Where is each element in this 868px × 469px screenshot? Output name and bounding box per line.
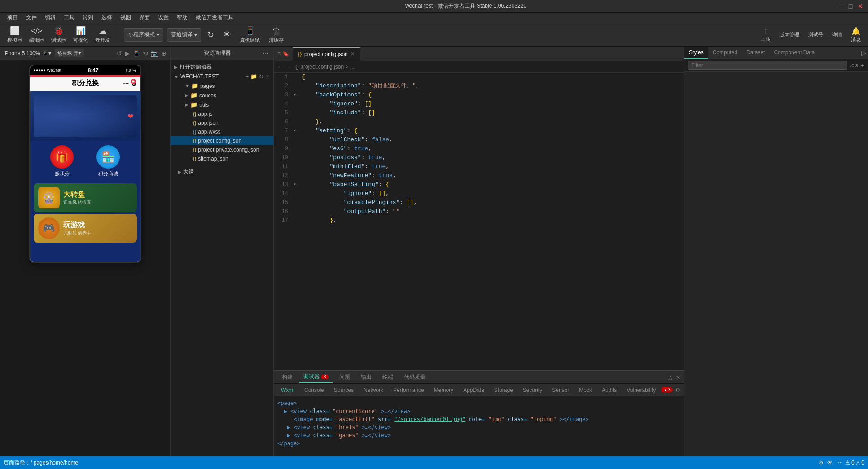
debug-button[interactable]: 🐞 调试器 [48, 24, 69, 45]
sim-play-icon[interactable]: ▶ [125, 50, 130, 57]
tree-pages[interactable]: 📁 pages [171, 81, 273, 91]
sim-screenshot-icon[interactable]: 📷 [151, 50, 158, 57]
new-file-icon[interactable]: + [245, 74, 249, 80]
banner-game[interactable]: 🎮 玩游戏 儿时乐 借赤手 [34, 214, 137, 243]
inspector-tab-dataset[interactable]: Dataset [742, 47, 769, 59]
tree-appjs[interactable]: {} app.js [171, 109, 273, 118]
new-folder-icon[interactable]: 📁 [250, 74, 257, 80]
inner-tab-memory[interactable]: Memory [430, 386, 458, 395]
mode-select[interactable]: 小程序模式 ▾ [124, 28, 163, 42]
menu-interface[interactable]: 界面 [136, 13, 153, 22]
devtab-problems[interactable]: 问题 [335, 372, 355, 382]
inspector-tab-computed[interactable]: Computed [708, 47, 742, 59]
status-eye-icon[interactable]: 👁 [827, 460, 833, 466]
inner-tab-security[interactable]: Security [518, 386, 547, 395]
inner-tab-network[interactable]: Network [359, 386, 388, 395]
settings-icon[interactable]: ⚙ [675, 387, 680, 393]
inspector-tab-styles[interactable]: Styles [684, 47, 708, 59]
inner-tab-sources[interactable]: Sources [329, 386, 358, 395]
menu-project[interactable]: 项目 [4, 13, 22, 22]
tree-utils[interactable]: 📁 utils [171, 100, 273, 109]
menu-edit[interactable]: 编辑 [41, 13, 59, 22]
format-icon[interactable]: ≡ [277, 51, 281, 57]
refresh-button[interactable]: ↻ [205, 28, 217, 42]
refresh-tree-icon[interactable]: ↻ [259, 74, 263, 80]
maximize-button[interactable]: □ [847, 3, 854, 9]
cls-button[interactable]: .cls [850, 62, 858, 69]
editor-button[interactable]: </> 编辑器 [26, 25, 47, 45]
collapse-3[interactable]: ▾ [294, 91, 300, 100]
sim-phone-icon[interactable]: 📱 [132, 50, 140, 57]
status-more-icon[interactable]: ⋯ [836, 460, 842, 466]
inner-tab-appdata[interactable]: AppData [459, 386, 489, 395]
visual-button[interactable]: 📊 可视化 [70, 24, 91, 45]
inner-tab-sensor[interactable]: Sensor [548, 386, 574, 395]
tree-projectprivate[interactable]: {} project.private.config.json [171, 145, 273, 154]
menu-goto[interactable]: 转到 [79, 13, 97, 22]
inner-tab-console[interactable]: Console [300, 386, 329, 395]
devtab-build[interactable]: 构建 [277, 372, 297, 382]
devtab-terminal[interactable]: 终端 [378, 372, 398, 382]
sim-more-icon[interactable]: ⊕ [161, 50, 167, 57]
tree-souces[interactable]: 📁 souces [171, 91, 273, 100]
devtab-output[interactable]: 输出 [356, 372, 376, 382]
menu-view[interactable]: 视图 [117, 13, 135, 22]
outline-header[interactable]: 大纲 [174, 167, 270, 177]
tree-appjson[interactable]: {} app.json [171, 118, 273, 127]
filter-input[interactable] [688, 61, 847, 70]
inner-tab-mock[interactable]: Mock [574, 386, 596, 395]
inspector-tab-component[interactable]: Component Data [769, 47, 819, 59]
open-editors-header[interactable]: 打开始编辑器 [171, 62, 273, 72]
upload-button[interactable]: ↑ 上传 [758, 25, 773, 44]
devtools-expand-icon[interactable]: △ [668, 374, 672, 381]
real-debug-button[interactable]: 📱 真机调试 [237, 24, 263, 45]
compile-select[interactable]: 普通编译 ▾ [167, 28, 201, 42]
minimize-button[interactable]: — [837, 3, 844, 9]
icon-earn[interactable]: 🎁 赚积分 [50, 145, 74, 177]
tab-close-icon[interactable]: ✕ [351, 51, 355, 57]
menu-select[interactable]: 选择 [98, 13, 116, 22]
collapse-tree-icon[interactable]: ⊟ [265, 74, 270, 80]
message-button[interactable]: 🔔 消息 [848, 25, 864, 45]
clear-cache-button[interactable]: 🗑 清缓存 [266, 25, 286, 45]
inner-tab-audits[interactable]: Audits [597, 386, 621, 395]
tree-sitemap[interactable]: {} sitemap.json [171, 154, 273, 163]
preview-button[interactable]: 👁 [220, 28, 234, 41]
simulator-button[interactable]: ⬜ 模拟器 [4, 24, 25, 45]
menu-tool[interactable]: 工具 [60, 13, 78, 22]
cloud-button[interactable]: ☁ 云开发 [92, 24, 113, 45]
inner-tab-vulnerability[interactable]: Vulnerability [622, 386, 660, 395]
wxml-src-link[interactable]: "/souces/banner01.jpg" [394, 416, 465, 422]
inspector-expand-icon[interactable]: ▷ [861, 49, 866, 56]
banner-turntable[interactable]: 🎡 大转盘 迎春风 转惊喜 [34, 183, 137, 212]
project-header[interactable]: WECHAT-TEST + 📁 ↻ ⊟ [171, 72, 273, 81]
add-rule-button[interactable]: + [861, 62, 864, 69]
forward-icon[interactable]: → [286, 64, 292, 70]
inner-tab-wxml[interactable]: Wxml [276, 386, 299, 395]
devtab-debugger[interactable]: 调试器 3 [299, 372, 333, 383]
menu-file[interactable]: 文件 [22, 13, 40, 22]
menu-help[interactable]: 帮助 [173, 13, 191, 22]
collapse-13[interactable]: ▾ [294, 180, 300, 189]
test-button[interactable]: 测试号 [806, 30, 826, 40]
version-button[interactable]: 版本管理 [777, 30, 802, 40]
status-settings-icon[interactable]: ⚙ [819, 460, 824, 466]
devtab-quality[interactable]: 代码质量 [399, 372, 430, 382]
explorer-more-icon[interactable]: ⋯ [262, 49, 270, 58]
menu-settings[interactable]: 设置 [154, 13, 172, 22]
icon-mall[interactable]: 🏪 积分商城 [96, 145, 120, 177]
collapse-7[interactable]: ▾ [294, 126, 300, 135]
close-button[interactable]: ✕ [857, 3, 864, 9]
back-icon[interactable]: ← [277, 64, 283, 70]
sim-rotate-icon[interactable]: ⟲ [143, 50, 148, 57]
editor-tab-projectconfig[interactable]: {} project.config.json ✕ [293, 47, 360, 61]
tree-appwxss[interactable]: {} app.wxss [171, 127, 273, 136]
code-scroll[interactable]: 1 { 2 "description": "项目配置文件。", 3 ▾ "pac… [274, 73, 684, 370]
inner-tab-storage[interactable]: Storage [490, 386, 517, 395]
hotreload-btn[interactable]: 热重载 开▾ [55, 49, 84, 57]
inner-tab-performance[interactable]: Performance [389, 386, 429, 395]
details-button[interactable]: 详情 [829, 30, 845, 40]
devtools-close-icon[interactable]: ✕ [676, 374, 680, 381]
tree-projectconfig[interactable]: {} project.config.json [171, 136, 273, 145]
menu-wechat-devtools[interactable]: 微信开发者工具 [192, 13, 237, 22]
